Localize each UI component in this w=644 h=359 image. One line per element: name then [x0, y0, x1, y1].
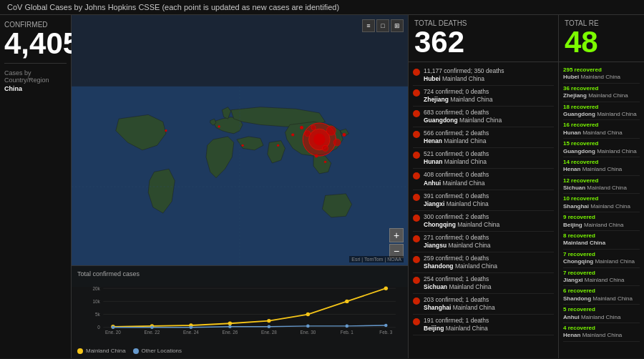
- svg-text:Ene. 26: Ene. 26: [222, 330, 238, 335]
- cases-sub-label: Cases by Country/Region: [4, 69, 67, 84]
- svg-point-10: [291, 133, 294, 136]
- svg-point-44: [112, 325, 115, 329]
- other-dot: [133, 348, 139, 354]
- case-dot: [413, 152, 420, 159]
- cases-list[interactable]: 11,177 confirmed; 350 deathsHubei Mainla…: [409, 62, 558, 358]
- svg-point-42: [345, 300, 348, 303]
- case-list-item: 11,177 confirmed; 350 deathsHubei Mainla…: [413, 65, 554, 86]
- case-list-item: 683 confirmed; 0 deathsGuangdong Mainlan…: [413, 107, 554, 127]
- country-china[interactable]: China: [4, 84, 67, 94]
- recovered-list-item: 7 recoveredJiangxi Mainland China: [563, 268, 640, 287]
- svg-point-8: [311, 125, 316, 130]
- svg-point-17: [218, 125, 220, 127]
- legend-other: Other Locations: [133, 348, 182, 354]
- zoom-controls: + −: [389, 228, 404, 258]
- recovered-list-item: 16 recoveredHunan Mainland China: [563, 120, 640, 139]
- case-text: 391 confirmed; 0 deathsJiangxi Mainland …: [424, 192, 489, 208]
- recovered-list-item: 5 recoveredAnhui Mainland China: [563, 305, 640, 323]
- svg-point-4: [326, 126, 336, 135]
- case-text: 521 confirmed; 0 deathsHunan Mainland Ch…: [424, 150, 489, 166]
- country-filter: Cases by Country/Region China: [4, 63, 67, 94]
- svg-point-41: [306, 313, 310, 316]
- svg-point-9: [300, 126, 303, 129]
- svg-text:Ene. 20: Ene. 20: [105, 330, 121, 335]
- case-text: 259 confirmed; 0 deathsShandong Mainland…: [424, 255, 497, 270]
- svg-point-50: [346, 325, 349, 328]
- case-text: 11,177 confirmed; 350 deathsHubei Mainla…: [424, 67, 504, 83]
- case-list-item: 259 confirmed; 0 deathsShandong Mainland…: [413, 252, 554, 273]
- svg-point-13: [324, 161, 326, 163]
- svg-point-46: [190, 325, 193, 329]
- svg-text:10k: 10k: [93, 299, 101, 304]
- case-dot: [413, 277, 420, 284]
- case-text: 203 confirmed; 1 deathsShanghai Mainland…: [424, 296, 495, 312]
- case-dot: [413, 172, 420, 180]
- recovered-panel: Total Re 48 295 recoveredHubei Mainland …: [558, 15, 644, 358]
- deaths-panel: Total Deaths 362 11,177 confirmed; 350 d…: [408, 15, 558, 358]
- confirmed-value: 4,405: [4, 29, 67, 59]
- map-btn-grid[interactable]: ⊞: [391, 19, 404, 32]
- svg-text:Ene. 28: Ene. 28: [261, 330, 277, 335]
- case-text: 191 confirmed; 1 deathsBeijing Mainland …: [424, 317, 489, 333]
- chart-area: Total confirmed cases 20k 10k 5k 0 Ene. …: [72, 265, 408, 358]
- recovered-list-item: 14 recoveredHenan Mainland China: [563, 157, 640, 176]
- svg-text:Ene. 30: Ene. 30: [300, 330, 316, 335]
- deaths-header: Total Deaths 362: [409, 15, 558, 62]
- case-list-item: 191 confirmed; 1 deathsBeijing Mainland …: [413, 315, 554, 335]
- svg-point-39: [228, 322, 232, 325]
- case-dot: [413, 256, 420, 263]
- recovered-list-item: 7 recoveredChongqing Mainland China: [563, 250, 640, 268]
- case-list-item: 254 confirmed; 1 deathsSichuan Mainland …: [413, 273, 554, 294]
- svg-text:Ene. 22: Ene. 22: [144, 330, 160, 335]
- svg-point-16: [165, 129, 167, 132]
- recovered-header: Total Re 48: [559, 15, 644, 62]
- svg-text:5k: 5k: [95, 312, 101, 317]
- recovered-list-item: 295 recoveredHubei Mainland China: [563, 65, 640, 84]
- case-dot: [413, 297, 420, 305]
- map-attribution: Esri | TomTom | NOAA: [349, 256, 404, 262]
- case-dot: [413, 69, 420, 76]
- svg-point-45: [150, 325, 154, 329]
- recovered-list-item: 18 recoveredGuangdong Mainland China: [563, 102, 640, 121]
- svg-point-6: [305, 131, 311, 137]
- case-dot: [413, 318, 420, 325]
- map-container[interactable]: ≡ □ ⊞ + − Esri | TomTom | NOAA Total con…: [72, 15, 408, 358]
- recovered-list-item: 6 recoveredShandong Mainland China: [563, 286, 640, 305]
- chart-legend: Mainland China Other Locations: [77, 348, 402, 354]
- case-list-item: 203 confirmed; 1 deathsShanghai Mainland…: [413, 294, 554, 315]
- case-text: 254 confirmed; 1 deathsSichuan Mainland …: [424, 275, 492, 291]
- svg-text:20k: 20k: [93, 286, 101, 291]
- svg-point-11: [342, 133, 346, 137]
- svg-text:0: 0: [97, 325, 100, 330]
- case-dot: [413, 215, 420, 222]
- case-text: 724 confirmed; 0 deathsZhejiang Mainland…: [424, 88, 492, 104]
- case-text: 683 confirmed; 0 deathsGuangdong Mainlan…: [424, 109, 502, 124]
- deaths-value: 362: [414, 27, 552, 57]
- mainland-label: Mainland China: [86, 348, 126, 354]
- recovered-list[interactable]: 295 recoveredHubei Mainland China36 reco…: [559, 62, 644, 358]
- svg-text:Feb. 1: Feb. 1: [341, 330, 353, 335]
- case-dot: [413, 131, 420, 138]
- recovered-list-item: 12 recoveredSichuan Mainland China: [563, 176, 640, 195]
- case-list-item: 391 confirmed; 0 deathsJiangxi Mainland …: [413, 190, 554, 211]
- page-header: CoV Global Cases by Johns Hopkins CSSE (…: [0, 0, 644, 15]
- map-btn-square[interactable]: □: [376, 19, 389, 32]
- left-panel: Confirmed 4,405 Cases by Country/Region …: [0, 15, 72, 358]
- mainland-dot: [77, 348, 83, 354]
- map-controls: ≡ □ ⊞: [362, 19, 404, 32]
- time-series-chart: 20k 10k 5k 0 Ene. 20 Ene. 22 Ene. 24 Ene…: [77, 279, 402, 343]
- recovered-list-item: 8 recoveredMainland China: [563, 231, 640, 250]
- svg-point-47: [228, 325, 232, 329]
- map-btn-list[interactable]: ≡: [362, 19, 375, 32]
- svg-point-15: [241, 144, 243, 147]
- svg-point-12: [315, 154, 318, 158]
- main-layout: Confirmed 4,405 Cases by Country/Region …: [0, 15, 644, 358]
- svg-point-43: [384, 286, 388, 290]
- zoom-in-button[interactable]: +: [389, 228, 404, 242]
- chart-title: Total confirmed cases: [77, 270, 402, 277]
- case-dot: [413, 89, 420, 97]
- case-text: 566 confirmed; 2 deathsHenan Mainland Ch…: [424, 129, 489, 145]
- recovered-list-item: 36 recoveredZhejiang Mainland China: [563, 84, 640, 102]
- svg-text:Ene. 24: Ene. 24: [183, 330, 199, 335]
- recovered-list-item: 15 recoveredGuangdong Mainland China: [563, 139, 640, 157]
